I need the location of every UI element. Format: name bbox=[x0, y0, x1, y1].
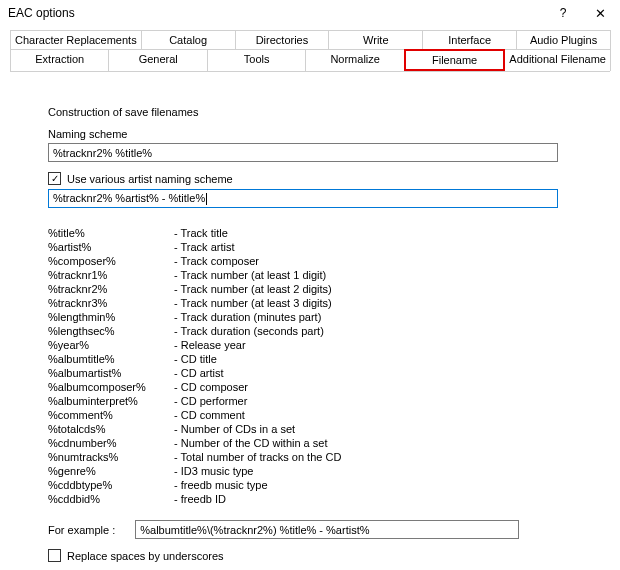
token-key: %albumcomposer% bbox=[48, 380, 174, 394]
token-key: %lengthsec% bbox=[48, 324, 174, 338]
token-description: Track composer bbox=[174, 254, 590, 268]
tab-extraction[interactable]: Extraction bbox=[10, 49, 109, 71]
token-key: %cddbtype% bbox=[48, 478, 174, 492]
token-description: freedb music type bbox=[174, 478, 590, 492]
token-description: Track number (at least 1 digit) bbox=[174, 268, 590, 282]
token-description: CD artist bbox=[174, 366, 590, 380]
token-key: %cddbid% bbox=[48, 492, 174, 506]
token-description: Track artist bbox=[174, 240, 590, 254]
token-description: CD comment bbox=[174, 408, 590, 422]
token-key: %title% bbox=[48, 226, 174, 240]
va-checkbox[interactable]: ✓ bbox=[48, 172, 61, 185]
token-key: %lengthmin% bbox=[48, 310, 174, 324]
token-key: %tracknr2% bbox=[48, 282, 174, 296]
naming-scheme-input[interactable] bbox=[48, 143, 558, 162]
tab-audio-plugins[interactable]: Audio Plugins bbox=[516, 30, 611, 49]
tab-normalize[interactable]: Normalize bbox=[305, 49, 404, 71]
tab-write[interactable]: Write bbox=[328, 30, 423, 49]
tab-filename[interactable]: Filename bbox=[404, 49, 505, 71]
token-description: Track duration (seconds part) bbox=[174, 324, 590, 338]
token-key: %year% bbox=[48, 338, 174, 352]
token-key: %tracknr3% bbox=[48, 296, 174, 310]
example-input[interactable] bbox=[135, 520, 519, 539]
token-description: Number of CDs in a set bbox=[174, 422, 590, 436]
close-button[interactable]: ✕ bbox=[580, 0, 620, 26]
tab-catalog[interactable]: Catalog bbox=[141, 30, 236, 49]
token-description: Track duration (minutes part) bbox=[174, 310, 590, 324]
tab-interface[interactable]: Interface bbox=[422, 30, 517, 49]
token-description: Total number of tracks on the CD bbox=[174, 450, 590, 464]
token-description: Track number (at least 3 digits) bbox=[174, 296, 590, 310]
va-naming-input[interactable]: %tracknr2% %artist% - %title% bbox=[48, 189, 558, 208]
token-description: CD title bbox=[174, 352, 590, 366]
tab-additional-filename[interactable]: Additional Filename bbox=[504, 49, 611, 71]
token-key: %albumartist% bbox=[48, 366, 174, 380]
token-key: %numtracks% bbox=[48, 450, 174, 464]
token-description: Release year bbox=[174, 338, 590, 352]
token-description: Number of the CD within a set bbox=[174, 436, 590, 450]
tab-content-filename: Construction of save filenames Naming sc… bbox=[0, 72, 620, 562]
token-key: %composer% bbox=[48, 254, 174, 268]
replace-spaces-checkbox[interactable] bbox=[48, 549, 61, 562]
help-button[interactable]: ? bbox=[546, 0, 580, 26]
token-description: CD performer bbox=[174, 394, 590, 408]
text-caret-icon bbox=[206, 193, 207, 205]
tab-tools[interactable]: Tools bbox=[207, 49, 306, 71]
token-key: %artist% bbox=[48, 240, 174, 254]
token-key: %cdnumber% bbox=[48, 436, 174, 450]
token-description: ID3 music type bbox=[174, 464, 590, 478]
token-reference-list: %title%Track title%artist%Track artist%c… bbox=[48, 226, 590, 506]
section-construction-title: Construction of save filenames bbox=[48, 106, 590, 118]
window-title: EAC options bbox=[8, 6, 546, 20]
token-key: %totalcds% bbox=[48, 422, 174, 436]
token-key: %tracknr1% bbox=[48, 268, 174, 282]
tab-character-replacements[interactable]: Character Replacements bbox=[10, 30, 142, 49]
token-description: Track number (at least 2 digits) bbox=[174, 282, 590, 296]
token-description: CD composer bbox=[174, 380, 590, 394]
tab-directories[interactable]: Directories bbox=[235, 30, 330, 49]
replace-spaces-label: Replace spaces by underscores bbox=[67, 550, 224, 562]
token-description: Track title bbox=[174, 226, 590, 240]
va-naming-value: %tracknr2% %artist% - %title% bbox=[53, 192, 205, 204]
tab-general[interactable]: General bbox=[108, 49, 207, 71]
tabs-container: Character ReplacementsCatalogDirectories… bbox=[10, 30, 610, 72]
example-label: For example : bbox=[48, 524, 115, 536]
naming-scheme-label: Naming scheme bbox=[48, 128, 590, 140]
token-key: %albuminterpret% bbox=[48, 394, 174, 408]
titlebar: EAC options ? ✕ bbox=[0, 0, 620, 26]
token-key: %genre% bbox=[48, 464, 174, 478]
tab-row-2: ExtractionGeneralToolsNormalizeFilenameA… bbox=[10, 49, 610, 71]
token-key: %albumtitle% bbox=[48, 352, 174, 366]
token-description: freedb ID bbox=[174, 492, 590, 506]
tab-row-1: Character ReplacementsCatalogDirectories… bbox=[10, 30, 610, 49]
va-checkbox-label: Use various artist naming scheme bbox=[67, 173, 233, 185]
token-key: %comment% bbox=[48, 408, 174, 422]
